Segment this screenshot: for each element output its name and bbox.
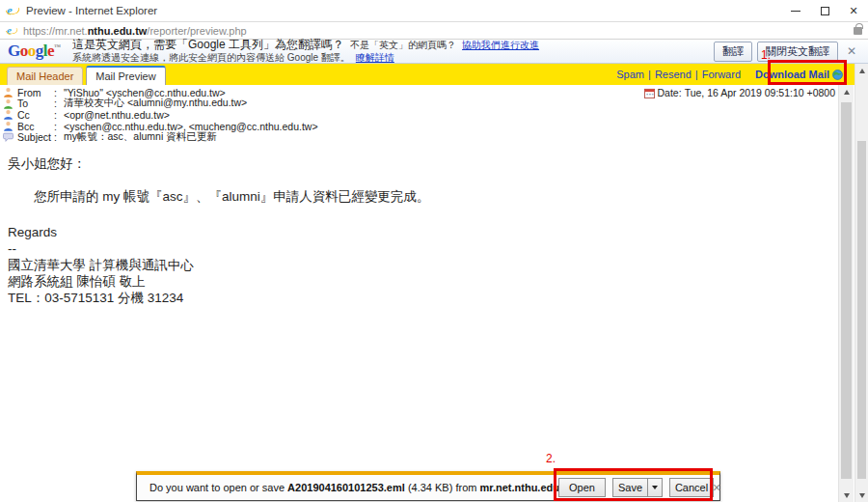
date-label: Date: — [658, 87, 682, 98]
window-title: Preview - Internet Explorer — [26, 5, 157, 16]
annotation-step1-label: 1. — [761, 48, 771, 62]
file-size: (4.34 KB) — [408, 482, 452, 493]
mail-toolbar: Mail Header Mail Preview Spam | Resend |… — [0, 64, 854, 85]
mail-preview-pane: Date: Tue, 16 Apr 2019 09:51:10 +0800 Fr… — [0, 85, 838, 502]
scroll-down-icon[interactable] — [855, 488, 868, 502]
person-blue-icon — [3, 109, 14, 120]
lock-icon — [854, 27, 862, 35]
maximize-icon — [821, 7, 829, 15]
header-value: my帳號：asc、alumni 資料已更新 — [64, 130, 217, 144]
signature-separator: -- — [8, 240, 830, 257]
body-greeting: 吳小姐您好： — [8, 155, 830, 172]
not-english-text: 不是「英文」的網頁嗎？ — [350, 40, 456, 50]
learn-more-link[interactable]: 瞭解詳情 — [356, 52, 394, 63]
header-label: Subject — [17, 131, 50, 143]
url-domain: nthu.edu.tw — [88, 25, 148, 37]
close-button[interactable]: ✕ — [839, 0, 868, 21]
translate-button[interactable]: 翻譯 — [714, 42, 752, 62]
mail-actions: Spam | Resend | Forward Download Mail — [613, 64, 843, 85]
calendar-icon — [644, 88, 655, 98]
header-label: From — [17, 87, 50, 98]
scroll-down-icon[interactable] — [839, 488, 854, 502]
help-improve-link[interactable]: 協助我們進行改進 — [462, 40, 539, 50]
secure-connection-text: 系統將透過安全連線，將此安全網頁的內容傳送給 Google 翻譯。 — [72, 52, 350, 63]
google-logo: Google™ — [8, 42, 61, 61]
action-separator: | — [648, 69, 651, 80]
triangle-down — [859, 493, 865, 498]
minimize-button[interactable] — [781, 0, 810, 21]
scroll-up-icon[interactable] — [855, 64, 868, 77]
header-label: To — [17, 98, 50, 109]
maximize-button[interactable] — [810, 0, 839, 21]
google-bar-text: 這是英文網頁，需要「Google 工具列」為您翻譯嗎？不是「英文」的網頁嗎？協助… — [72, 39, 539, 64]
mail-body: 吳小姐您好： 您所申請的 my 帳號『asc』、『alumni』申請人資料已經變… — [0, 143, 838, 306]
person-green-icon — [3, 98, 14, 109]
chevron-down-icon — [652, 486, 658, 489]
window-controls: ✕ — [781, 0, 868, 21]
tab-mail-preview[interactable]: Mail Preview — [86, 66, 165, 85]
globe-icon — [832, 70, 843, 80]
message-prefix: Do you want to open or save — [149, 482, 285, 493]
page-scrollbar[interactable] — [854, 64, 868, 502]
mail-tabs: Mail Header Mail Preview — [7, 66, 166, 85]
url-prefix: https://mr.net. — [23, 25, 88, 37]
body-paragraph: 您所申請的 my 帳號『asc』、『alumni』申請人資料已經變更完成。 — [8, 188, 830, 205]
header-row-to: To : 清華校友中心 <alumni@my.nthu.edu.tw> — [3, 98, 838, 110]
forward-link[interactable]: Forward — [702, 69, 741, 80]
page-favicon-icon: e — [7, 25, 18, 37]
signature-line: 國立清華大學 計算機與通訊中心 — [8, 257, 830, 273]
person-blue-icon — [3, 121, 14, 131]
scrollbar-thumb[interactable] — [857, 141, 866, 479]
trademark-symbol: ™ — [54, 43, 61, 51]
triangle-up — [844, 90, 850, 95]
date-value: Tue, 16 Apr 2019 09:51:10 +0800 — [685, 87, 835, 98]
resend-link[interactable]: Resend — [655, 69, 692, 80]
header-label: Bcc — [17, 121, 50, 132]
person-orange-icon — [3, 87, 14, 98]
spam-link[interactable]: Spam — [616, 69, 644, 80]
save-dropdown-button[interactable] — [647, 478, 663, 497]
action-separator: | — [695, 69, 698, 80]
download-filename: A201904160101253.eml — [287, 482, 405, 493]
triangle-up — [859, 69, 865, 73]
scroll-up-icon[interactable] — [839, 85, 854, 98]
url-text: https://mr.net.nthu.edu.tw/reporter/prev… — [23, 25, 247, 37]
close-icon: ✕ — [849, 5, 857, 17]
download-message: Do you want to open or save A20190416010… — [149, 475, 580, 500]
download-mail-link[interactable]: Download Mail — [755, 69, 843, 80]
translate-prompt-text: 這是英文網頁，需要「Google 工具列」為您翻譯嗎？ — [72, 38, 344, 51]
from-word: from — [455, 482, 476, 493]
header-row-cc: Cc : <opr@net.nthu.edu.tw> — [3, 109, 838, 121]
download-bar-close-icon[interactable]: ✕ — [710, 481, 723, 494]
download-mail-label: Download Mail — [755, 69, 829, 80]
mail-scrollbar[interactable] — [838, 85, 854, 502]
save-button[interactable]: Save — [612, 478, 647, 497]
tab-mail-header[interactable]: Mail Header — [7, 67, 83, 85]
speech-bubble-icon — [3, 132, 14, 143]
download-notification-bar: Do you want to open or save A20190416010… — [136, 471, 720, 501]
internet-explorer-icon: e — [7, 4, 20, 17]
google-translate-bar: Google™ 這是英文網頁，需要「Google 工具列」為您翻譯嗎？不是「英文… — [0, 40, 868, 64]
annotation-step2-label: 2. — [546, 452, 556, 465]
body-regards: Regards — [8, 224, 830, 240]
header-value: <opr@net.nthu.edu.tw> — [64, 109, 170, 121]
header-label: Cc — [17, 109, 50, 121]
open-button[interactable]: Open — [558, 478, 606, 497]
header-row-subject: Subject : my帳號：asc、alumni 資料已更新 — [3, 131, 838, 143]
google-bar-close-icon[interactable]: ✕ — [843, 44, 860, 58]
minimize-icon — [791, 11, 800, 12]
google-bar-buttons: 翻譯 關閉英文翻譯 ✕ — [714, 42, 860, 62]
cancel-button[interactable]: Cancel — [669, 478, 714, 497]
triangle-down — [844, 493, 850, 498]
signature-line: 網路系統組 陳怡碩 敬上 — [8, 273, 830, 290]
mail-date: Date: Tue, 16 Apr 2019 09:51:10 +0800 — [644, 87, 835, 98]
window-titlebar: e Preview - Internet Explorer ✕ — [0, 0, 868, 21]
url-path: /reporter/preview.php — [147, 25, 246, 37]
signature-line: TEL：03-5715131 分機 31234 — [8, 290, 830, 306]
scrollbar-thumb[interactable] — [841, 102, 852, 479]
